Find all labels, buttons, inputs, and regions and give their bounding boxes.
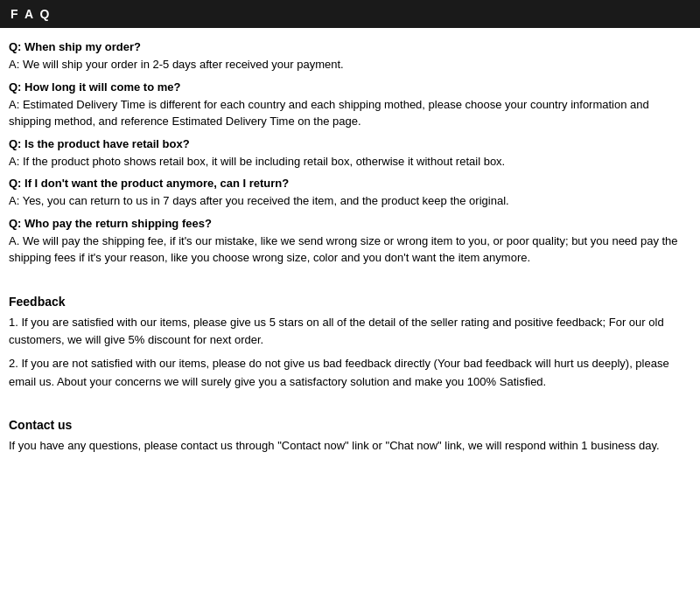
feedback-point-2: 2. If you are not satisfied with our ite…	[9, 355, 691, 392]
answer-3: A: If the product photo shows retail box…	[9, 153, 691, 170]
page-container: F A Q Q: When ship my order? A: We will …	[0, 0, 700, 463]
question-2: Q: How long it will come to me?	[9, 80, 691, 94]
question-4: Q: If I don't want the product anymore, …	[9, 177, 691, 190]
answer-2: A: Estimated Delivery Time is different …	[9, 96, 691, 130]
faq-item-5: Q: Who pay the return shipping fees? A. …	[9, 217, 691, 267]
contact-text: If you have any questions, please contac…	[9, 437, 691, 456]
answer-1: A: We will ship your order in 2-5 days a…	[9, 56, 691, 73]
answer-4: A: Yes, you can return to us in 7 days a…	[9, 192, 691, 210]
contact-title: Contact us	[9, 418, 691, 432]
faq-title: F A Q	[10, 7, 51, 21]
question-1: Q: When ship my order?	[9, 40, 691, 53]
faq-item-4: Q: If I don't want the product anymore, …	[9, 177, 691, 210]
question-3: Q: Is the product have retail box?	[9, 137, 691, 150]
contact-section: Contact us If you have any questions, pl…	[0, 400, 700, 464]
faq-item-2: Q: How long it will come to me? A: Estim…	[9, 80, 691, 130]
faq-section: Q: When ship my order? A: We will ship y…	[0, 37, 700, 277]
question-5: Q: Who pay the return shipping fees?	[9, 217, 691, 230]
answer-5: A. We will pay the shipping fee, if it's…	[9, 233, 691, 267]
faq-item-3: Q: Is the product have retail box? A: If…	[9, 137, 691, 170]
faq-item-1: Q: When ship my order? A: We will ship y…	[9, 40, 691, 73]
faq-header: F A Q	[0, 0, 700, 28]
feedback-section: Feedback 1. If you are satisfied with ou…	[0, 277, 700, 400]
feedback-point-1: 1. If you are satisfied with our items, …	[9, 314, 691, 351]
feedback-title: Feedback	[9, 295, 691, 309]
